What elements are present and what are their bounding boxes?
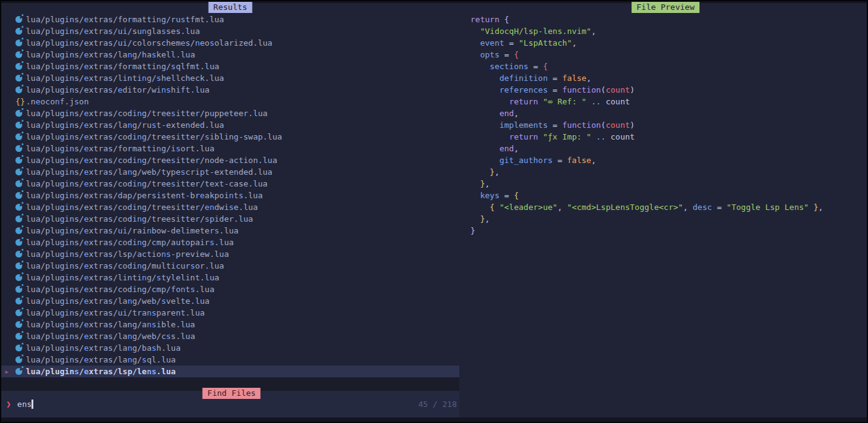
result-filename: lua/plugins/extras/coding/cmp/fonts.lua [26, 285, 214, 294]
lua-file-icon [15, 285, 26, 294]
result-item[interactable]: lua/plugins/extras/lang/web/css.lua [1, 330, 459, 342]
lua-file-icon [15, 226, 26, 235]
result-filename: lua/plugins/extras/coding/cmp/autopairs.… [26, 238, 234, 247]
result-item[interactable]: lua/plugins/extras/coding/multicursor.lu… [1, 260, 459, 272]
result-filename: lua/plugins/extras/lang/web/svelte.lua [26, 296, 209, 306]
lua-file-icon [15, 85, 26, 94]
result-item[interactable]: lua/plugins/extras/formatting/sqlfmt.lua [1, 61, 459, 72]
lua-file-icon [15, 109, 26, 118]
code-line: event = "LspAttach", [470, 37, 866, 49]
code-line: implements = function(count) [470, 119, 866, 131]
result-filename: lua/plugins/extras/lang/rust-extended.lu… [26, 120, 224, 130]
result-item[interactable]: lua/plugins/extras/linting/shellcheck.lu… [1, 72, 459, 84]
preview-panel[interactable]: return { "VidocqH/lsp-lens.nvim", event … [470, 14, 866, 372]
result-filename: lua/plugins/extras/formatting/rustfmt.lu… [26, 15, 224, 24]
lua-file-icon [15, 238, 26, 247]
code-line: return "∞ Ref: " .. count [470, 96, 866, 107]
results-list[interactable]: lua/plugins/extras/formatting/rustfmt.lu… [1, 14, 459, 377]
lua-file-icon [15, 249, 26, 259]
lua-file-icon [15, 320, 26, 329]
result-item[interactable]: lua/plugins/extras/lang/rust-extended.lu… [1, 119, 459, 131]
lua-file-icon [15, 343, 26, 353]
lua-file-icon [15, 27, 26, 36]
result-item[interactable]: lua/plugins/extras/coding/treesitter/tex… [1, 178, 459, 190]
result-filename: lua/plugins/extras/linting/stylelint.lua [26, 273, 219, 282]
lua-file-icon [15, 273, 26, 282]
top-border-strip [1, 1, 867, 3]
code-line: return "ƒx Imp: " .. count [470, 131, 866, 143]
code-line: return { [470, 14, 866, 25]
result-filename: lua/plugins/extras/editor/winshift.lua [26, 85, 209, 94]
lua-file-icon [15, 332, 26, 341]
result-filename: lua/plugins/extras/dap/persistent-breakp… [26, 191, 263, 200]
result-item[interactable]: lua/plugins/extras/lang/web/svelte.lua [1, 295, 459, 307]
result-filename: lua/plugins/extras/lang/sql.lua [26, 355, 176, 364]
code-line: end, [470, 107, 866, 119]
result-item[interactable]: lua/plugins/extras/coding/treesitter/spi… [1, 213, 459, 225]
result-item[interactable]: lua/plugins/extras/ui/colorschemes/neoso… [1, 37, 459, 49]
result-item[interactable]: lua/plugins/extras/dap/persistent-breakp… [1, 190, 459, 201]
result-filename: lua/plugins/extras/formatting/isort.lua [26, 144, 214, 153]
result-item[interactable]: ▸lua/plugins/extras/lsp/lens.lua [1, 366, 459, 377]
code-line: definition = false, [470, 72, 866, 84]
code-line: end, [470, 143, 866, 154]
result-item[interactable]: lua/plugins/extras/lang/web/typescript-e… [1, 166, 459, 178]
code-line: { "<leader>ue", "<cmd>LspLensToggle<cr>"… [470, 201, 866, 213]
result-item[interactable]: lua/plugins/extras/formatting/isort.lua [1, 143, 459, 154]
code-line: keys = { [470, 190, 866, 201]
result-filename: lua/plugins/extras/coding/treesitter/sib… [26, 132, 282, 141]
code-line: } [470, 225, 866, 237]
selection-caret: ▸ [1, 367, 15, 376]
result-item[interactable]: lua/plugins/extras/coding/treesitter/nod… [1, 154, 459, 166]
editor-background: Results File Preview lua/plugins/extras/… [1, 1, 867, 422]
result-item[interactable]: lua/plugins/extras/lsp/actions-preview.l… [1, 248, 459, 260]
result-item[interactable]: lua/plugins/extras/coding/treesitter/end… [1, 201, 459, 213]
json-file-icon: {} [15, 97, 26, 106]
result-filename: lua/plugins/extras/ui/rainbow-delimeters… [26, 226, 238, 235]
lua-file-icon [15, 296, 26, 306]
result-item[interactable]: lua/plugins/extras/formatting/rustfmt.lu… [1, 14, 459, 25]
lua-file-icon [15, 132, 26, 141]
result-item[interactable]: lua/plugins/extras/coding/treesitter/sib… [1, 131, 459, 143]
prompt-input[interactable]: ens [17, 400, 31, 409]
result-filename: lua/plugins/extras/lsp/lens.lua [26, 367, 176, 376]
result-filename: lua/plugins/extras/coding/treesitter/tex… [26, 179, 267, 188]
result-filename: lua/plugins/extras/lang/haskell.lua [26, 50, 195, 59]
result-filename: lua/plugins/extras/formatting/sqlfmt.lua [26, 62, 219, 71]
lua-file-icon [15, 355, 26, 364]
result-item[interactable]: lua/plugins/extras/lang/bash.lua [1, 342, 459, 354]
result-filename: lua/plugins/extras/coding/multicursor.lu… [26, 261, 224, 270]
result-item[interactable]: lua/plugins/extras/coding/cmp/fonts.lua [1, 283, 459, 295]
result-filename: lua/plugins/extras/lsp/actions-preview.l… [26, 249, 229, 259]
telescope-window: Results File Preview lua/plugins/extras/… [0, 0, 868, 423]
code-line: }, [470, 166, 866, 178]
result-item[interactable]: lua/plugins/extras/coding/treesitter/pup… [1, 107, 459, 119]
result-filename: lua/plugins/extras/linting/shellcheck.lu… [26, 73, 224, 83]
result-filename: lua/plugins/extras/ui/transparent.lua [26, 308, 205, 317]
result-item[interactable]: lua/plugins/extras/lang/ansible.lua [1, 319, 459, 330]
result-filename: lua/plugins/extras/lang/web/css.lua [26, 332, 195, 341]
text-cursor [31, 400, 33, 409]
result-item[interactable]: lua/plugins/extras/ui/rainbow-delimeters… [1, 225, 459, 237]
result-filename: lua/plugins/extras/ui/colorschemes/neoso… [26, 38, 272, 48]
code-line: }, [470, 213, 866, 225]
lua-file-icon [15, 167, 26, 177]
lua-file-icon [15, 50, 26, 59]
lua-file-icon [15, 73, 26, 83]
prompt-prefix-icon: ❯ [1, 400, 11, 409]
result-item[interactable]: {}.neoconf.json [1, 96, 459, 107]
code-line: }, [470, 178, 866, 190]
bottom-border-strip [1, 417, 867, 422]
result-filename: lua/plugins/extras/coding/treesitter/spi… [26, 214, 253, 224]
lua-file-icon [15, 15, 26, 24]
result-item[interactable]: lua/plugins/extras/coding/cmp/autopairs.… [1, 237, 459, 248]
result-item[interactable]: lua/plugins/extras/ui/transparent.lua [1, 307, 459, 319]
result-item[interactable]: lua/plugins/extras/linting/stylelint.lua [1, 272, 459, 283]
lua-file-icon [15, 179, 26, 188]
result-item[interactable]: lua/plugins/extras/lang/sql.lua [1, 354, 459, 366]
code-line: sections = { [470, 61, 866, 72]
result-filename: lua/plugins/extras/ui/sunglasses.lua [26, 27, 200, 36]
result-item[interactable]: lua/plugins/extras/ui/sunglasses.lua [1, 25, 459, 37]
result-item[interactable]: lua/plugins/extras/editor/winshift.lua [1, 84, 459, 96]
result-item[interactable]: lua/plugins/extras/lang/haskell.lua [1, 49, 459, 61]
